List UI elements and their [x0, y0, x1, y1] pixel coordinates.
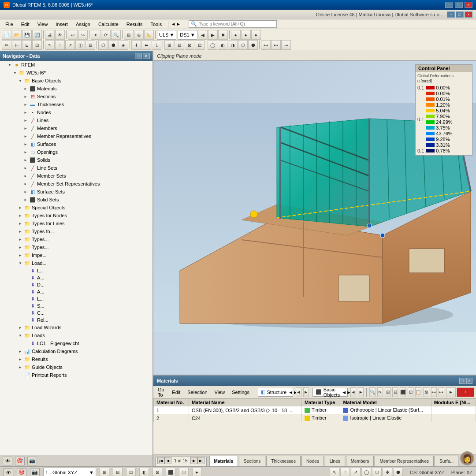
status-btn-8[interactable]: ► — [192, 468, 202, 476]
tb-r1[interactable]: ⬡ — [98, 40, 108, 50]
tb-nav-prev[interactable]: ◀ — [198, 30, 208, 40]
tb-v3[interactable]: ↗ — [65, 40, 75, 50]
mat-row-2[interactable]: 2 C24 Timber Isotropic | Linear Elastic — [154, 414, 476, 422]
mat-icon10[interactable]: ⊷ — [439, 387, 444, 397]
tb-print[interactable]: 🖨 — [45, 30, 55, 40]
ds1-dropdown[interactable]: DS1 ▼ — [178, 30, 197, 40]
tree-nodes[interactable]: ► • Nodes — [0, 108, 152, 116]
expand-types-m2[interactable]: ► — [18, 237, 23, 242]
tab-sections[interactable]: Sections — [239, 456, 265, 466]
tb-v4[interactable]: ◫ — [75, 40, 85, 50]
tree-solid-sets[interactable]: ► ⬛ Solid Sets — [0, 196, 152, 204]
pag-prev[interactable]: ◀ — [164, 457, 171, 464]
tb-misc1[interactable]: ◯ — [208, 40, 217, 50]
expand-member-sets[interactable]: ► — [23, 173, 28, 178]
tb-misc4[interactable]: ⬡ — [238, 40, 248, 50]
disp-btn-2[interactable]: ↑ — [340, 468, 350, 476]
mat-view[interactable]: View — [212, 389, 228, 396]
tree-rfem[interactable]: ▼ ■ RFEM — [0, 61, 152, 69]
status-btn-5[interactable]: ⊠ — [152, 468, 162, 476]
mat-close-btn[interactable]: × — [466, 378, 472, 384]
tb-rotate[interactable]: ⟳ — [101, 30, 111, 40]
tree-member-set-reps[interactable]: ► ╱ Member Set Representatives — [0, 180, 152, 188]
disp-btn-5[interactable]: ⬡ — [372, 468, 382, 476]
mat-icon5[interactable]: ⬛ — [400, 387, 406, 397]
tb-measure[interactable]: 📐 — [144, 30, 154, 40]
tb-r3[interactable]: ◈ — [119, 40, 128, 50]
expand-loads[interactable]: ▼ — [18, 333, 23, 338]
tree-types-m2[interactable]: ► 📁 Types... — [0, 235, 152, 243]
status-btn-1[interactable]: ⊞ — [100, 468, 109, 476]
tb-zoom[interactable]: 🔍 — [111, 30, 121, 40]
search-box[interactable]: 🔍 — [189, 20, 277, 28]
expand-types-m3[interactable]: ► — [18, 245, 23, 250]
menu-calculate[interactable]: Calculate — [95, 21, 122, 28]
mat-icon6[interactable]: ⊡ — [408, 387, 413, 397]
tab-materials[interactable]: Materials — [209, 456, 238, 466]
nav-target-btn[interactable]: 🎯 — [15, 457, 25, 465]
pag-next[interactable]: ▶ — [190, 457, 197, 464]
tree-lc1[interactable]: ⬇ LC1 - Eigengewicht — [0, 339, 152, 347]
mat-restore-btn[interactable]: □ — [459, 378, 465, 384]
expand-load-cases[interactable]: ▼ — [18, 260, 23, 266]
mat-icon3[interactable]: ⊞ — [385, 387, 390, 397]
tree-sections[interactable]: ► ⊞ Sections — [0, 93, 152, 100]
disp-btn-1[interactable]: ↖ — [330, 468, 339, 476]
tree-solids[interactable]: ► ⬛ Solids — [0, 156, 152, 164]
license-maximize[interactable]: □ — [456, 11, 464, 18]
pag-first[interactable]: |◀ — [157, 457, 164, 464]
global-xyz-dropdown[interactable]: 1 - Global XYZ ▼ — [43, 468, 96, 476]
status-camera-btn[interactable]: 📷 — [30, 468, 40, 476]
tree-types-nodes[interactable]: ► 📁 Types for Nodes — [0, 212, 152, 219]
menu-insert[interactable]: Insert — [52, 21, 71, 28]
tb-end3[interactable]: ⊸ — [281, 40, 291, 50]
tb-new[interactable]: 📄 — [2, 30, 11, 40]
expand-solids[interactable]: ► — [23, 157, 28, 163]
mat-icon1[interactable]: 🔍 — [369, 387, 376, 397]
tb-d1[interactable]: ✏ — [2, 40, 11, 50]
menu-view[interactable]: View — [34, 21, 52, 28]
tab-thicknesses[interactable]: Thicknesses — [266, 456, 301, 466]
tree-lc-d[interactable]: ⬇ D... — [0, 281, 152, 288]
license-close[interactable]: × — [465, 11, 472, 18]
disp-btn-7[interactable]: ⬢ — [393, 468, 403, 476]
expand-member-set-reps[interactable]: ► — [23, 181, 28, 186]
tb-select[interactable]: ✦ — [91, 30, 100, 40]
tab-lines[interactable]: Lines — [325, 456, 345, 466]
tree-types-m4[interactable]: ► 📁 Impe... — [0, 251, 152, 259]
mat-icon9[interactable]: ⊶ — [431, 387, 437, 397]
tree-load-wizards[interactable]: ► 📁 Load Wizards — [0, 324, 152, 331]
tree-lc-rel[interactable]: ⬇ Rel... — [0, 316, 152, 324]
tree-file[interactable]: ▼ 📁 WE5.rf6* — [0, 69, 152, 77]
mat-edit[interactable]: Edit — [169, 389, 183, 396]
tb-v1[interactable]: ↖ — [45, 40, 55, 50]
expand-materials[interactable]: ► — [23, 86, 28, 91]
tree-lc-c[interactable]: ⬇ C... — [0, 309, 152, 316]
expand-results[interactable]: ► — [18, 357, 23, 362]
tab-members[interactable]: Members — [346, 456, 374, 466]
tree-lc-a2[interactable]: ⬇ A... — [0, 288, 152, 295]
tree-load-cases[interactable]: ▼ 📁 Load... — [0, 259, 152, 267]
minimize-button[interactable]: − — [445, 2, 453, 8]
tree-lines[interactable]: ► ╱ Lines — [0, 116, 152, 124]
tree-members[interactable]: ► ╱ Members — [0, 124, 152, 132]
tree-lc-l[interactable]: ⬇ L... — [0, 267, 152, 274]
tree-guide-objects[interactable]: ► 📁 Guide Objects — [0, 363, 152, 371]
expand-types-m4[interactable]: ► — [18, 253, 23, 258]
mat-icon7[interactable]: 📋 — [415, 387, 421, 397]
tree-lc-s[interactable]: ⬇ S... — [0, 302, 152, 309]
tb-open[interactable]: 📂 — [12, 30, 22, 40]
tb-d4[interactable]: ⊡ — [32, 40, 42, 50]
mat-obj-next[interactable]: ► — [358, 387, 364, 397]
tb-reset[interactable]: ✖ — [218, 30, 228, 40]
mat-icon2[interactable]: ⊳ — [377, 387, 383, 397]
tab-member-representatives[interactable]: Member Representatives — [375, 456, 434, 466]
expand-thicknesses[interactable]: ► — [23, 102, 28, 107]
tb-preview[interactable]: 👁 — [55, 30, 65, 40]
tb-misc3[interactable]: ◑ — [228, 40, 238, 50]
license-minimize[interactable]: − — [447, 11, 455, 18]
tree-results[interactable]: ► 📁 Results — [0, 355, 152, 363]
mat-row-1[interactable]: 1 OSB (EN 300), OSB/2 and OSB/3 (> 10 - … — [154, 406, 476, 414]
nav-camera-btn[interactable]: 📷 — [27, 457, 37, 465]
tb-refresh[interactable]: 🔄 — [32, 30, 42, 40]
